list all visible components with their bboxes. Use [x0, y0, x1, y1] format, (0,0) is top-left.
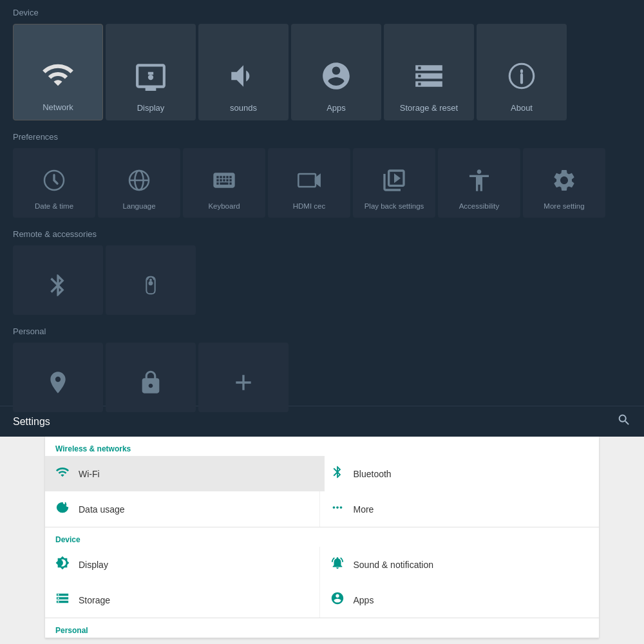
storage-reset-label: Storage & reset: [400, 103, 458, 113]
more-setting-label: More setting: [544, 202, 584, 210]
remote-tiles-row: [13, 245, 631, 315]
tile-language[interactable]: Language: [98, 148, 180, 218]
apps-settings-col: Apps: [320, 582, 589, 618]
data-usage-col: Data usage: [55, 491, 320, 527]
network-label: Network: [43, 102, 73, 112]
display-settings-item[interactable]: Display: [55, 547, 314, 582]
about-icon: [506, 60, 538, 97]
device-group-label: Device: [55, 535, 589, 544]
tile-accessibility[interactable]: Accessibility: [438, 148, 520, 218]
tile-display[interactable]: Display: [106, 24, 196, 120]
bottom-settings-panel: Wireless & networks Wi-Fi: [0, 437, 644, 644]
personal-group: Personal: [45, 618, 599, 638]
settings-list: Wireless & networks Wi-Fi: [45, 437, 599, 638]
more-label: More: [354, 504, 589, 515]
bluetooth-icon: [45, 272, 71, 302]
tile-keyboard[interactable]: Keyboard: [183, 148, 265, 218]
device-row-2: Storage Apps: [55, 582, 589, 618]
accessibility-label: Accessibility: [459, 202, 500, 210]
sound-label: Sound & notification: [354, 560, 589, 570]
tile-security[interactable]: [106, 343, 196, 412]
tile-apps[interactable]: Apps: [291, 24, 381, 120]
search-icon[interactable]: [617, 413, 631, 430]
wireless-row-1: Wi-Fi Bluetooth: [55, 456, 589, 491]
preferences-section-label: Preferences: [13, 132, 631, 142]
more-col: More: [320, 491, 589, 527]
apps-label: Apps: [327, 103, 346, 113]
bluetooth-settings-icon: [330, 465, 354, 482]
wireless-group: Wireless & networks Wi-Fi: [45, 437, 599, 527]
sound-settings-item[interactable]: Sound & notification: [330, 547, 589, 582]
accessibility-icon: [466, 167, 492, 197]
storage-settings-icon: [55, 591, 79, 609]
tile-storage[interactable]: Storage & reset: [384, 24, 474, 120]
device-section-label: Device: [13, 8, 631, 17]
location-icon: [45, 370, 71, 399]
data-usage-item[interactable]: Data usage: [55, 491, 314, 527]
hdmi-icon: [296, 167, 322, 197]
settings-bar-title: Settings: [13, 416, 50, 428]
storage-icon: [413, 60, 445, 97]
tile-about[interactable]: About: [477, 24, 567, 120]
tile-playback[interactable]: Play back settings: [353, 148, 435, 218]
sound-settings-col: Sound & notification: [320, 547, 589, 582]
personal-tiles-row: [13, 343, 631, 412]
add-icon: [231, 370, 256, 399]
tile-network[interactable]: Network: [13, 24, 103, 120]
preferences-tiles-row: Date & time Language Keyboard: [13, 148, 631, 218]
tile-bluetooth-remote[interactable]: [13, 245, 103, 315]
device-row-1: Display Sound & notification: [55, 547, 589, 582]
sound-icon: [330, 556, 354, 573]
svg-point-8: [150, 279, 151, 281]
device-tiles-row: Network Display sounds: [13, 24, 631, 120]
data-usage-label: Data usage: [79, 504, 314, 515]
apps-settings-item[interactable]: Apps: [330, 582, 589, 618]
bluetooth-col: Bluetooth: [320, 456, 589, 491]
bluetooth-item[interactable]: Bluetooth: [330, 456, 589, 491]
storage-settings-label: Storage: [79, 595, 314, 605]
language-label: Language: [122, 202, 155, 210]
wifi-item[interactable]: Wi-Fi: [45, 456, 325, 491]
apps-settings-label: Apps: [354, 595, 589, 605]
tile-datetime[interactable]: Date & time: [13, 148, 95, 218]
display-label: Display: [137, 103, 165, 113]
remote-section-label: Remote & accessories: [13, 229, 631, 239]
tile-location[interactable]: [13, 343, 103, 412]
apps-settings-icon: [330, 591, 354, 609]
network-icon: [41, 58, 75, 96]
storage-settings-col: Storage: [55, 582, 320, 618]
display-icon: [135, 60, 167, 97]
keyboard-label: Keyboard: [208, 202, 240, 210]
about-label: About: [511, 103, 533, 113]
personal-section-label: Personal: [13, 327, 631, 336]
svg-rect-5: [298, 174, 316, 187]
wifi-col: Wi-Fi: [55, 456, 320, 491]
sounds-icon: [227, 60, 260, 97]
keyboard-icon: [211, 167, 237, 197]
bluetooth-settings-label: Bluetooth: [354, 469, 589, 479]
more-icon: [330, 500, 354, 518]
display-settings-col: Display: [55, 547, 320, 582]
tile-hdmi[interactable]: HDMI cec: [268, 148, 350, 218]
wifi-icon: [55, 465, 79, 482]
svg-point-0: [148, 75, 153, 80]
svg-point-7: [149, 281, 153, 285]
data-usage-icon: [55, 500, 79, 518]
wireless-row-2: Data usage More: [55, 491, 589, 527]
tile-remote-control[interactable]: [106, 245, 196, 315]
device-group: Device Display: [45, 527, 599, 618]
more-item[interactable]: More: [330, 491, 589, 527]
display-settings-icon: [55, 556, 79, 573]
personal-group-label: Personal: [55, 626, 589, 635]
more-setting-icon: [551, 167, 577, 197]
tile-more-setting[interactable]: More setting: [523, 148, 605, 218]
datetime-icon: [41, 167, 67, 197]
security-icon: [138, 370, 164, 399]
tile-sounds[interactable]: sounds: [198, 24, 289, 120]
wireless-group-label: Wireless & networks: [55, 444, 589, 453]
tile-add[interactable]: [198, 343, 289, 412]
storage-settings-item[interactable]: Storage: [55, 582, 314, 618]
apps-icon: [320, 60, 352, 97]
sounds-label: sounds: [230, 103, 257, 113]
hdmi-label: HDMI cec: [293, 202, 325, 210]
